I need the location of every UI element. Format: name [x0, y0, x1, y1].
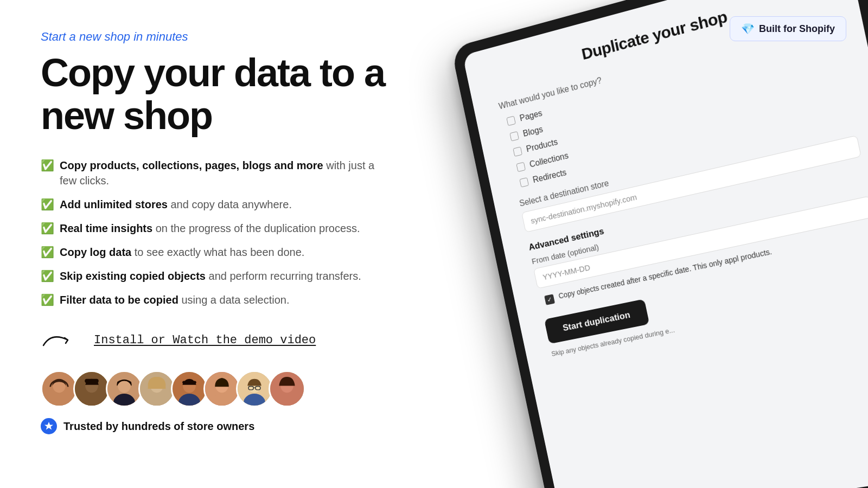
check-icon-1: ✅ [41, 158, 54, 173]
main-title: Copy your data to a new shop [41, 52, 391, 137]
feature-light-4: to see exactly what has been done. [135, 246, 305, 258]
check-icon-4: ✅ [41, 245, 54, 260]
trusted-text: Trusted by hundreds of store owners [63, 420, 254, 433]
feature-bold-4: Copy log data [60, 246, 131, 258]
checkbox-products-label: Products [526, 137, 559, 154]
feature-item-6: ✅ Filter data to be copied using a data … [41, 292, 391, 307]
feature-text-4: Copy log data to see exactly what has be… [60, 245, 304, 260]
avatar-2 [73, 370, 110, 407]
feature-text-6: Filter data to be copied using a data se… [60, 292, 290, 307]
features-list: ✅ Copy products, collections, pages, blo… [41, 158, 391, 307]
feature-bold-6: Filter data to be copied [60, 294, 178, 306]
trusted-row: Trusted by hundreds of store owners [41, 418, 391, 434]
avatar-5 [171, 370, 208, 407]
check-icon-5: ✅ [41, 268, 54, 284]
checkbox-redirects-box[interactable] [519, 177, 529, 188]
checkbox-blogs-label: Blogs [522, 125, 544, 139]
page-container: 💎 Built for Shopify Start a new shop in … [0, 0, 868, 488]
feature-light-5: and perform recurring transfers. [209, 270, 361, 282]
avatars-section [41, 370, 391, 407]
trusted-badge-icon [41, 418, 57, 434]
feature-item-2: ✅ Add unlimited stores and copy data any… [41, 197, 391, 212]
feature-light-3: on the progress of the duplication proce… [156, 222, 360, 234]
feature-text-2: Add unlimited stores and copy data anywh… [60, 197, 292, 212]
tablet-wrapper: Duplicate your shop What would you like … [451, 0, 868, 488]
avatar-7 [236, 370, 273, 407]
demo-text[interactable]: Install or Watch the demo video [94, 333, 316, 347]
left-content: Start a new shop in minutes Copy your da… [0, 0, 423, 488]
tablet-outer: Duplicate your shop What would you like … [451, 0, 868, 488]
feature-bold-3: Real time insights [60, 222, 152, 234]
checkbox-pages-box[interactable] [506, 116, 516, 126]
avatar-1 [41, 370, 78, 407]
avatar-4 [138, 370, 175, 407]
demo-section: Install or Watch the demo video [41, 329, 391, 351]
shopify-badge: 💎 Built for Shopify [730, 16, 846, 41]
feature-item-1: ✅ Copy products, collections, pages, blo… [41, 158, 391, 188]
svg-rect-16 [182, 381, 196, 384]
check-icon-2: ✅ [41, 197, 54, 212]
feature-text-3: Real time insights on the progress of th… [60, 221, 360, 236]
avatar-3 [106, 370, 143, 407]
diamond-icon: 💎 [741, 22, 755, 35]
checkbox-redirects-label: Redirects [532, 168, 567, 185]
feature-bold-1: Copy products, collections, pages, blogs… [60, 159, 323, 171]
feature-item-3: ✅ Real time insights on the progress of … [41, 221, 391, 236]
feature-bold-2: Add unlimited stores [60, 198, 168, 210]
svg-rect-6 [85, 379, 99, 383]
feature-bold-5: Skip existing copied objects [60, 270, 206, 282]
checkbox-pages-label: Pages [519, 108, 543, 123]
feature-item-5: ✅ Skip existing copied objects and perfo… [41, 268, 391, 284]
checkbox-collections-label: Collections [529, 151, 570, 169]
right-content: Duplicate your shop What would you like … [423, 0, 868, 488]
check-icon-3: ✅ [41, 221, 54, 236]
checkbox-blogs-box[interactable] [509, 131, 519, 142]
copy-objects-checkbox-box[interactable]: ✓ [544, 294, 555, 305]
tablet-screen: Duplicate your shop What would you like … [463, 0, 868, 488]
feature-text-1: Copy products, collections, pages, blogs… [60, 158, 391, 188]
tagline: Start a new shop in minutes [41, 30, 391, 44]
checkbox-products-box[interactable] [513, 146, 522, 157]
avatar-8 [269, 370, 305, 407]
shopify-badge-text: Built for Shopify [759, 23, 835, 35]
arrow-icon [41, 329, 84, 351]
feature-light-2: and copy data anywhere. [170, 198, 292, 210]
feature-light-6: using a data selection. [181, 294, 289, 306]
avatar-6 [203, 370, 240, 407]
feature-text-5: Skip existing copied objects and perform… [60, 268, 361, 284]
feature-item-4: ✅ Copy log data to see exactly what has … [41, 245, 391, 260]
checkbox-collections-box[interactable] [516, 162, 526, 172]
check-icon-6: ✅ [41, 292, 54, 307]
